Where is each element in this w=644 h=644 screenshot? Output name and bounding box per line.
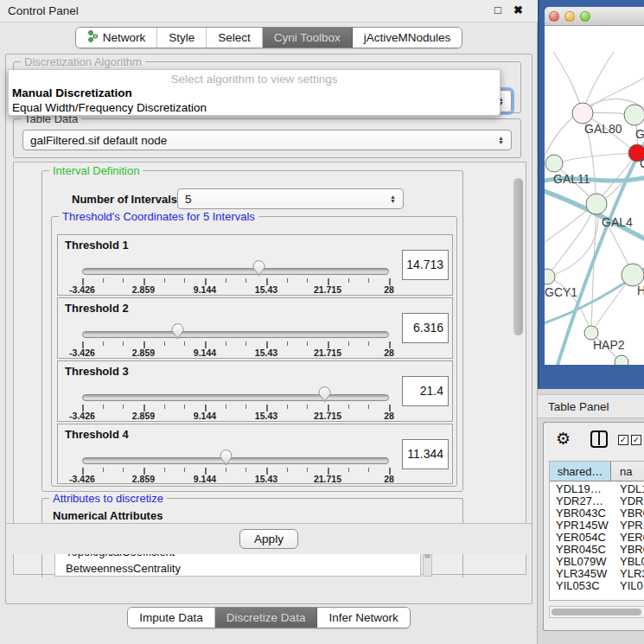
- threshold-slider[interactable]: -3.4262.8599.14415.4321.71528: [58, 424, 452, 483]
- network-window-titlebar[interactable]: [545, 7, 644, 26]
- float-window-icon[interactable]: □: [494, 3, 501, 16]
- number-of-intervals-combobox[interactable]: 5 ▲▼: [177, 188, 404, 209]
- bottom-tab-discretize-data[interactable]: Discretize Data: [215, 608, 318, 628]
- node-bottom-partial[interactable]: [615, 355, 628, 365]
- cell-name: YER0: [611, 531, 644, 543]
- top-tab-cyni-toolbox[interactable]: Cyni Toolbox: [263, 28, 353, 48]
- control-panel-title: Control Panel: [8, 4, 79, 17]
- slider-thumb[interactable]: [170, 322, 185, 341]
- zoom-traffic-light[interactable]: [580, 11, 590, 22]
- node-gcy1[interactable]: [545, 269, 555, 284]
- settings-scroll-area: Interval Definition Number of Intervals …: [13, 162, 526, 575]
- top-tab-network[interactable]: Network: [76, 28, 158, 48]
- slider-tick-label: 9.144: [194, 411, 216, 421]
- threshold-slider[interactable]: -3.4262.8599.14415.4321.71528: [58, 298, 452, 358]
- node-top-right[interactable]: [624, 105, 644, 125]
- table-data-combobox[interactable]: galFiltered.sif default node ▲▼: [22, 130, 512, 150]
- node-gal11[interactable]: [545, 155, 563, 172]
- minimize-traffic-light[interactable]: [564, 11, 575, 22]
- table-row[interactable]: YDL19…YDL1: [550, 482, 644, 494]
- settings-panel: Discretization Algorithm ▲▼ Select algor…: [5, 54, 532, 604]
- table-row[interactable]: YLR345WYLR3: [550, 567, 644, 579]
- columns-icon[interactable]: [590, 430, 608, 448]
- close-icon[interactable]: ✖: [513, 3, 523, 16]
- close-traffic-light[interactable]: [549, 11, 559, 22]
- slider-track[interactable]: [82, 394, 389, 401]
- bottom-tab-infer-network[interactable]: Infer Network: [317, 608, 409, 628]
- slider-minor-tick: [368, 468, 369, 472]
- table-panel-title: Table Panel: [548, 400, 609, 413]
- table-row[interactable]: YDR27…YDR2: [550, 494, 644, 507]
- dropdown-prompt: Select algorithm to view settings: [9, 70, 500, 86]
- top-tab-select[interactable]: Select: [207, 28, 263, 48]
- slider-minor-tick: [123, 278, 124, 283]
- top-tab-jactivemnodules[interactable]: jActiveMNodules: [353, 28, 462, 48]
- bottom-tab-label: Impute Data: [139, 611, 203, 624]
- column-header-shared-name[interactable]: shared…: [550, 462, 611, 481]
- settings-vertical-scrollbar[interactable]: [513, 178, 523, 335]
- table-row[interactable]: YER054CYER0: [550, 531, 644, 543]
- table-row[interactable]: YIL053CYIL0: [550, 579, 644, 591]
- threshold-box: Threshold 1-3.4262.8599.14415.4321.71528…: [57, 234, 453, 296]
- slider-tick-label: 9.144: [194, 284, 216, 295]
- dropdown-item-equal-width-frequency[interactable]: Equal Width/Frequency Discretization: [9, 100, 500, 115]
- slider-tick-label: 21.715: [314, 411, 341, 421]
- top-tab-style[interactable]: Style: [157, 28, 207, 48]
- threshold-slider[interactable]: -3.4262.8599.14415.4321.71528: [58, 361, 452, 421]
- table-horizontal-scrollbar[interactable]: [549, 606, 644, 618]
- table-data-group: Table Data galFiltered.sif default node …: [13, 118, 521, 158]
- slider-thumb[interactable]: [317, 386, 332, 404]
- attributes-group-title: Attributes to discretize: [49, 492, 167, 505]
- top-segments: NetworkStyleSelectCyni ToolboxjActiveMNo…: [75, 27, 463, 48]
- control-panel-window: Control Panel □ ✖ NetworkStyleSelectCyni…: [0, 0, 538, 644]
- threshold-value-field[interactable]: 21.4: [402, 376, 449, 406]
- slider-minor-tick: [348, 405, 349, 409]
- bottom-tab-impute-data[interactable]: Impute Data: [128, 608, 215, 628]
- slider-tick-label: -3.426: [69, 348, 95, 358]
- threshold-value-field[interactable]: 14.713: [402, 250, 449, 280]
- slider-track[interactable]: [82, 457, 389, 464]
- attribute-list-item[interactable]: BetweennessCentrality: [55, 560, 420, 577]
- table-data-combo-value: galFiltered.sif default node: [30, 134, 167, 147]
- slider-thumb[interactable]: [252, 259, 266, 277]
- slider-minor-tick: [103, 341, 104, 346]
- network-icon: [87, 30, 99, 45]
- slider-track[interactable]: [82, 268, 389, 275]
- table-row[interactable]: YBL079WYBL0: [550, 555, 644, 567]
- network-view-canvas[interactable]: GAL80GAGAL11CGAL4GCY1HHAP2: [545, 26, 644, 365]
- slider-track[interactable]: [82, 331, 389, 338]
- checkbox-icon[interactable]: ✓: [631, 435, 641, 445]
- slider-tick-label: 21.715: [314, 348, 341, 358]
- gear-icon[interactable]: ⚙: [556, 429, 571, 449]
- checkbox-icon[interactable]: ✓: [618, 435, 628, 445]
- dropdown-item-manual-discretization[interactable]: Manual Discretization: [9, 86, 500, 100]
- node-gal80[interactable]: [572, 103, 593, 124]
- slider-minor-tick: [226, 278, 226, 283]
- threshold-slider[interactable]: -3.4262.8599.14415.4321.71528: [58, 235, 452, 295]
- table-row[interactable]: YBR043CYBR0: [550, 507, 644, 519]
- thresholds-coordinates-group: Threshold's Coordinates for 5 Intervals …: [51, 216, 457, 487]
- table-panel-body: ⚙ ✓ ✓ shared… na YDL19…YDL1YDR27…YDR2YBR…: [543, 422, 644, 631]
- table-row[interactable]: YPR145WYPR1: [550, 519, 644, 531]
- interval-group-title: Interval Definition: [49, 164, 143, 177]
- cell-shared-name: YLR345W: [550, 567, 611, 579]
- threshold-value-field[interactable]: 6.316: [402, 313, 449, 343]
- table-row[interactable]: YBR045CYBR0: [550, 543, 644, 555]
- slider-tick-label: 21.715: [314, 474, 341, 484]
- apply-button[interactable]: Apply: [239, 529, 298, 549]
- threshold-value-field[interactable]: 11.344: [402, 439, 449, 469]
- slider-minor-tick: [368, 405, 369, 409]
- cell-name: YBL0: [611, 555, 644, 567]
- node-attribute-table[interactable]: shared… na YDL19…YDL1YDR27…YDR2YBR043CYB…: [549, 461, 644, 601]
- slider-minor-tick: [226, 468, 226, 472]
- table-panel-toolbar: ⚙ ✓ ✓: [544, 426, 644, 457]
- network-edge: [554, 153, 637, 163]
- label-partial-h: H: [637, 284, 644, 297]
- slider-minor-tick: [123, 468, 124, 472]
- interval-definition-group: Interval Definition Number of Intervals …: [41, 170, 463, 492]
- column-header-name[interactable]: na: [611, 462, 644, 481]
- slider-tick-label: 2.859: [132, 411, 155, 421]
- node-gal4[interactable]: [586, 194, 607, 214]
- slider-minor-tick: [245, 341, 246, 346]
- slider-thumb[interactable]: [219, 449, 233, 467]
